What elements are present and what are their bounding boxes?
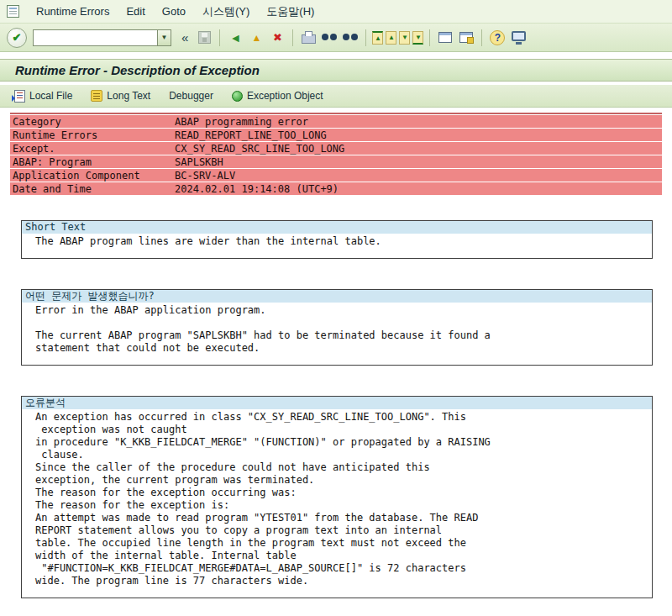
- row-value: CX_SY_READ_SRC_LINE_TOO_LONG: [175, 143, 662, 155]
- print-button[interactable]: [299, 29, 318, 47]
- check-icon: ✔: [13, 31, 22, 44]
- local-file-button[interactable]: Local File: [7, 88, 80, 104]
- create-shortcut-button[interactable]: [457, 29, 475, 47]
- content-top-line: [10, 113, 662, 114]
- table-row: Except. CX_SY_READ_SRC_LINE_TOO_LONG: [10, 142, 662, 155]
- back-arrow-icon: ◄: [229, 31, 241, 45]
- menu-bar: Runtime Errors Edit Goto 시스템(Y) 도움말(H): [0, 0, 672, 24]
- row-label: Runtime Errors: [10, 129, 175, 141]
- long-text-button[interactable]: Long Text: [83, 88, 158, 103]
- row-label: Application Component: [10, 170, 175, 182]
- next-page-button[interactable]: ▼: [399, 31, 410, 45]
- toolbar-separator: [429, 29, 430, 46]
- question-mark-icon: ?: [490, 30, 505, 45]
- command-field-input[interactable]: [33, 29, 157, 46]
- toolbar-separator: [365, 29, 366, 46]
- enter-button[interactable]: ✔: [7, 28, 27, 48]
- new-window-icon: [438, 32, 452, 43]
- last-page-button[interactable]: ▼: [412, 31, 423, 45]
- row-label: ABAP: Program: [10, 156, 175, 168]
- section-what-happened: 어떤 문제가 발생했습니까? Error in the ABAP applica…: [21, 289, 653, 366]
- table-row: Runtime Errors READ_REPORT_LINE_TOO_LONG: [10, 129, 662, 141]
- next-page-arrow-icon: ▼: [402, 34, 408, 41]
- section-title: Short Text: [22, 221, 652, 234]
- section-error-analysis: 오류분석 An exception has occurred in class …: [21, 396, 653, 598]
- command-field-group: ▼: [33, 29, 171, 46]
- binoculars-icon: [322, 34, 337, 41]
- section-body-text: Error in the ABAP application program. T…: [22, 303, 652, 365]
- section-body-text: An exception has occurred in class "CX_S…: [22, 409, 652, 598]
- collapse-toolbar-icon[interactable]: «: [181, 30, 188, 45]
- title-bar: Runtime Error - Description of Exception: [0, 59, 672, 82]
- cancel-x-icon: ✖: [273, 31, 282, 44]
- new-session-button[interactable]: [436, 29, 454, 47]
- help-button[interactable]: ?: [488, 29, 507, 47]
- table-row: Application Component BC-SRV-ALV: [10, 169, 662, 182]
- exit-button[interactable]: ▲: [247, 29, 265, 47]
- customize-layout-button[interactable]: [509, 29, 528, 47]
- first-page-arrow-icon: ▲: [375, 34, 381, 42]
- first-page-button[interactable]: ▲: [372, 31, 383, 45]
- section-body-text: The ABAP program lines are wider than th…: [22, 234, 652, 258]
- spacer: [0, 52, 672, 59]
- menu-runtime-errors[interactable]: Runtime Errors: [36, 5, 109, 18]
- exception-object-icon: [232, 91, 243, 102]
- table-row: ABAP: Program SAPLSKBH: [10, 155, 662, 168]
- standard-toolbar: ✔ ▼ « ◄ ▲ ✖ ▲ ▲ ▼ ▼ ?: [0, 24, 672, 52]
- debugger-label: Debugger: [169, 90, 213, 102]
- exit-arrow-icon: ▲: [251, 32, 261, 44]
- row-label: Except.: [10, 143, 175, 155]
- find-button[interactable]: [320, 29, 339, 47]
- debugger-button[interactable]: Debugger: [161, 88, 221, 103]
- error-summary-table: Category ABAP programming error Runtime …: [10, 115, 662, 195]
- menu-goto[interactable]: Goto: [162, 5, 186, 18]
- shortcut-icon: [459, 32, 473, 43]
- long-text-label: Long Text: [107, 90, 150, 102]
- row-label: Category: [10, 116, 175, 128]
- cancel-button[interactable]: ✖: [268, 29, 286, 47]
- save-button[interactable]: [195, 29, 213, 47]
- last-page-arrow-icon: ▼: [415, 34, 422, 41]
- menu-system[interactable]: 시스템(Y): [202, 4, 249, 19]
- exception-object-label: Exception Object: [247, 90, 323, 102]
- long-text-icon: [91, 90, 102, 102]
- row-value: 2024.02.01 19:14:08 (UTC+9): [175, 183, 662, 195]
- page-title: Runtime Error - Description of Exception: [15, 63, 260, 77]
- table-row: Category ABAP programming error: [10, 115, 662, 128]
- toolbar-separator: [219, 29, 220, 46]
- row-value: BC-SRV-ALV: [175, 170, 662, 182]
- table-row: Date and Time 2024.02.01 19:14:08 (UTC+9…: [10, 182, 662, 195]
- command-dropdown-button[interactable]: ▼: [157, 29, 171, 46]
- dump-content-area: Category ABAP programming error Runtime …: [0, 113, 672, 616]
- row-value: ABAP programming error: [175, 116, 662, 128]
- local-file-icon: [14, 90, 25, 103]
- printer-icon: [302, 34, 316, 44]
- row-label: Date and Time: [10, 183, 175, 195]
- chevron-down-icon: ▼: [161, 34, 168, 41]
- exception-object-button[interactable]: Exception Object: [224, 88, 331, 103]
- menu-edit[interactable]: Edit: [126, 5, 144, 18]
- section-short-text: Short Text The ABAP program lines are wi…: [21, 220, 653, 259]
- previous-page-button[interactable]: ▲: [386, 31, 396, 45]
- previous-page-arrow-icon: ▲: [388, 34, 395, 41]
- toolbar-separator: [292, 29, 293, 46]
- menu-help[interactable]: 도움말(H): [266, 4, 314, 19]
- back-button[interactable]: ◄: [226, 29, 244, 47]
- find-next-button[interactable]: [341, 29, 360, 47]
- monitor-icon: [512, 31, 526, 41]
- row-value: READ_REPORT_LINE_TOO_LONG: [175, 129, 662, 141]
- local-file-label: Local File: [29, 90, 72, 102]
- section-title: 오류분석: [22, 397, 652, 409]
- application-toolbar: Local File Long Text Debugger Exception …: [0, 85, 672, 108]
- toolbar-separator: [481, 29, 482, 46]
- binoculars-next-icon: [343, 34, 358, 41]
- system-menu-icon[interactable]: [7, 5, 19, 18]
- section-title: 어떤 문제가 발생했습니까?: [22, 290, 652, 303]
- floppy-disk-icon: [198, 31, 211, 44]
- row-value: SAPLSKBH: [175, 156, 662, 168]
